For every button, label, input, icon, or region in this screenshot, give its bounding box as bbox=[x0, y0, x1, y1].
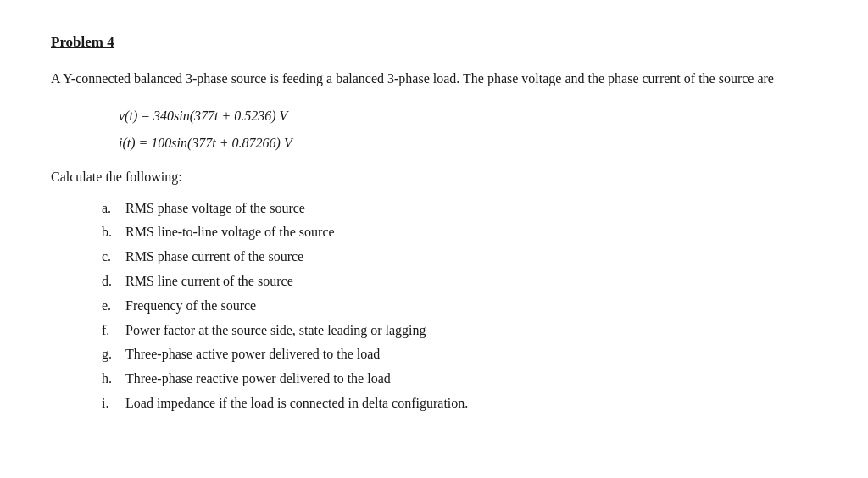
list-item-text: Three-phase reactive power delivered to … bbox=[125, 369, 817, 390]
list-item-label: e. bbox=[102, 296, 125, 317]
list-item-text: Load impedance if the load is connected … bbox=[125, 393, 817, 414]
list-item-label: d. bbox=[102, 271, 125, 292]
list-item-label: a. bbox=[102, 198, 125, 220]
list-item-label: b. bbox=[102, 222, 125, 243]
list-item: a.RMS phase voltage of the source bbox=[102, 198, 817, 220]
list-item-text: Three-phase active power delivered to th… bbox=[125, 344, 817, 365]
intro-paragraph: A Y-connected balanced 3-phase source is… bbox=[51, 68, 817, 90]
list-item: b.RMS line-to-line voltage of the source bbox=[102, 222, 817, 243]
list-item: h.Three-phase reactive power delivered t… bbox=[102, 369, 817, 390]
list-item-text: RMS phase voltage of the source bbox=[125, 198, 817, 220]
list-item-label: c. bbox=[102, 247, 125, 268]
list-item: d.RMS line current of the source bbox=[102, 271, 817, 292]
list-item: i.Load impedance if the load is connecte… bbox=[102, 393, 817, 414]
list-item-label: f. bbox=[102, 320, 125, 342]
list-item-label: h. bbox=[102, 369, 125, 390]
list-item: f.Power factor at the source side, state… bbox=[102, 320, 817, 342]
list-item-label: i. bbox=[102, 393, 125, 414]
list-item-text: RMS line-to-line voltage of the source bbox=[125, 222, 817, 243]
voltage-equation: v(t) = 340sin(377t + 0.5236) V bbox=[119, 108, 817, 124]
list-item: c.RMS phase current of the source bbox=[102, 247, 817, 268]
list-item-text: RMS phase current of the source bbox=[125, 247, 817, 268]
list-item-text: Power factor at the source side, state l… bbox=[125, 320, 817, 342]
list-item-text: RMS line current of the source bbox=[125, 271, 817, 292]
list-item: g.Three-phase active power delivered to … bbox=[102, 344, 817, 365]
list-container: a.RMS phase voltage of the sourceb.RMS l… bbox=[102, 198, 817, 414]
list-item-label: g. bbox=[102, 344, 125, 365]
equations-block: v(t) = 340sin(377t + 0.5236) V i(t) = 10… bbox=[119, 108, 817, 151]
current-equation: i(t) = 100sin(377t + 0.87266) V bbox=[119, 136, 817, 151]
list-item-text: Frequency of the source bbox=[125, 296, 817, 317]
problem-title: Problem 4 bbox=[51, 34, 817, 51]
list-item: e.Frequency of the source bbox=[102, 296, 817, 317]
calculate-label: Calculate the following: bbox=[51, 170, 817, 185]
